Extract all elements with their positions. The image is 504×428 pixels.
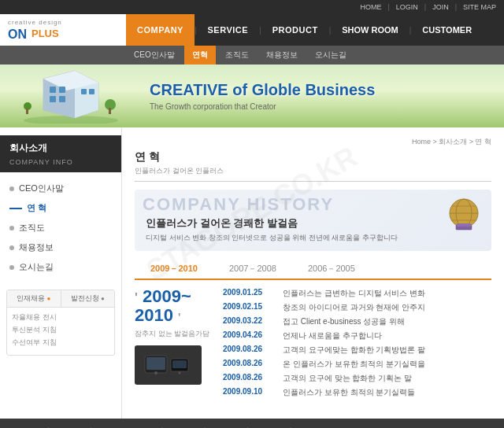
- svg-rect-10: [81, 89, 87, 94]
- footer: 회사소개 | 이용약관 | 개인정보취급방침 | 사이트맵 | 오시는길 | 채…: [0, 419, 504, 428]
- sidebar-menu: CEO인사말 연 혁 조직도 채용정보 오시는길: [0, 172, 121, 283]
- event-date: 2009.01.25: [223, 288, 276, 297]
- menu-dot: [9, 186, 14, 191]
- sidebar-box-header: 인재채용 ● 발전신청 ●: [7, 290, 114, 308]
- timeline-device-image: [135, 345, 202, 385]
- svg-rect-11: [89, 89, 94, 94]
- svg-rect-6: [50, 87, 56, 93]
- menu-dot: [9, 245, 14, 250]
- svg-rect-13: [109, 108, 111, 114]
- sidebar-item-history[interactable]: 연 혁: [0, 198, 121, 218]
- year-display-2: 2010 ': [135, 305, 213, 326]
- sidebar: 회사소개 COMPANY INFO CEO인사말 연 혁 조직도 채용정보 오시…: [0, 127, 122, 419]
- event-text: 인플러스는 급변하는 디지털 서비스 변화: [283, 288, 425, 298]
- svg-rect-9: [59, 96, 65, 102]
- event-date: 2009.09.10: [223, 387, 276, 396]
- event-date: 2009.08.26: [223, 373, 276, 382]
- event-date: 2009.04.26: [223, 330, 276, 339]
- logo-text: PLUS: [32, 28, 59, 39]
- sidebar-tab-develop[interactable]: 발전신청 ●: [61, 290, 115, 307]
- nav-product[interactable]: PRODUCT: [261, 14, 329, 46]
- history-subtitle: 인플러스가 걸어온 경쾌한 발걸음: [146, 216, 480, 231]
- event-text: 접고 Client e-business 성공을 위해: [283, 316, 405, 327]
- subnav-recruit[interactable]: 채용정보: [258, 46, 306, 65]
- nav-showroom[interactable]: SHOW ROOM: [331, 14, 410, 46]
- sidebar-item-org[interactable]: 조직도: [0, 218, 121, 238]
- banner-subtitle: The Growth corporation that Creator: [150, 102, 375, 111]
- nav-company[interactable]: COMPANY: [126, 14, 195, 46]
- top-join-link[interactable]: JOIN: [432, 3, 449, 11]
- svg-rect-24: [146, 357, 165, 370]
- sidebar-tab-recruit[interactable]: 인재채용 ●: [7, 290, 61, 307]
- timeline-events: 2009.01.25 인플러스는 급변하는 디지털 서비스 변화 2009.02…: [223, 288, 491, 401]
- subnav-location[interactable]: 오시는길: [307, 46, 354, 65]
- timeline-left: ' 2009~ 2010 ' 잠추지 없는 발걸음가담: [135, 288, 213, 401]
- year-tab-2009-2010[interactable]: 2009－2010: [135, 259, 213, 280]
- event-text: 온 인플러스가 보유한 최적의 분기실력을: [283, 359, 425, 369]
- timeline-desc: 잠추지 없는 발걸음가담: [135, 329, 213, 339]
- svg-point-25: [154, 371, 158, 374]
- menu-dot: [9, 265, 14, 270]
- svg-text:ON: ON: [8, 28, 27, 41]
- nav-customer[interactable]: CUSTOMER: [411, 14, 483, 46]
- nav-service[interactable]: SERVICE: [197, 14, 260, 46]
- event-row: 2009.08.26 온 인플러스가 보유한 최적의 분기실력을: [223, 359, 491, 369]
- content-area: Home > 회사소개 > 연 혁 연 혁 인플러스가 걸어온 인플러스 COM…: [122, 127, 504, 419]
- event-row: 2009.04.26 언제나 새로움을 추구합니다: [223, 330, 491, 341]
- event-row: 2009.08.26 고객의 요구에맞는 합화한 기획방법론 팔: [223, 345, 491, 355]
- svg-rect-8: [50, 96, 56, 102]
- page-title-area: 연 혁 인플러스가 걸어온 인플러스: [135, 150, 491, 182]
- event-row: 2009.09.10 인플러스가 보유한 최적의 분기실력들: [223, 387, 491, 397]
- top-home-link[interactable]: HOME: [360, 3, 381, 11]
- sidebar-box-item: 수선여부 지침: [12, 338, 109, 348]
- event-text: 창조의 아이디어로 과거와 현재에 안주지: [283, 302, 425, 312]
- history-bg-title: COMPANY HISTORY: [143, 194, 334, 215]
- sidebar-item-location[interactable]: 오시는길: [0, 257, 121, 277]
- page-title: 연 혁: [135, 150, 491, 164]
- event-row: 2009.02.15 창조의 아이디어로 과거와 현재에 안주지: [223, 302, 491, 312]
- year-tabs: 2009－2010 2007－2008 2006－2005: [135, 259, 491, 280]
- event-date: 2009.02.15: [223, 302, 276, 311]
- sidebar-box-item: 자율채용 전시: [12, 312, 109, 323]
- event-text: 고객의 요구에 맞는 합화한 기획논 말: [283, 373, 412, 383]
- header: creative design ON PLUS COMPANY | SERVIC…: [0, 14, 504, 46]
- banner: CREATIVE of Globle Business The Growth c…: [0, 65, 504, 127]
- svg-point-28: [178, 371, 180, 374]
- svg-rect-7: [59, 87, 65, 93]
- top-bar: HOME | LOGIN | JOIN | SITE MAP: [0, 0, 504, 14]
- menu-dot: [9, 226, 14, 231]
- year-display-main: ' 2009~: [135, 288, 213, 305]
- sidebar-title: 회사소개: [0, 135, 121, 158]
- sidebar-item-recruit[interactable]: 채용정보: [0, 238, 121, 257]
- history-bg: COMPANY HISTORY 인플러스가 걸어온 경쾌한 발걸음 디지털 서비…: [135, 190, 491, 251]
- main-layout: 회사소개 COMPANY INFO CEO인사말 연 혁 조직도 채용정보 오시…: [0, 127, 504, 419]
- svg-rect-15: [26, 109, 28, 114]
- building-illustration: [20, 67, 122, 124]
- subnav-org[interactable]: 조직도: [217, 46, 257, 65]
- sub-nav: CEO인사말 연혁 조직도 채용정보 오시는길: [0, 46, 504, 65]
- year-tab-2007-2008[interactable]: 2007－2008: [213, 259, 292, 280]
- event-text: 언제나 새로움을 추구합니다: [283, 330, 382, 341]
- sidebar-box-item: 투신분석 지침: [12, 325, 109, 335]
- banner-title: CREATIVE of Globle Business: [150, 81, 375, 99]
- top-sitemap-link[interactable]: SITE MAP: [463, 3, 496, 11]
- history-desc: 디지털 서비스 변화 창조의 인터넷으로 성공을 위해 전년에 새로움을 추구합…: [146, 233, 480, 243]
- svg-rect-27: [172, 360, 187, 368]
- event-text: 인플러스가 보유한 최적의 분기실력들: [283, 387, 415, 397]
- event-row: 2009.03.22 접고 Client e-business 성공을 위해: [223, 316, 491, 327]
- sidebar-box-content: 자율채용 전시 투신분석 지침 수선여부 지침: [7, 308, 114, 355]
- event-row: 2009.01.25 인플러스는 급변하는 디지털 서비스 변화: [223, 288, 491, 298]
- logo-area: creative design ON PLUS: [0, 14, 126, 46]
- menu-active-indicator: [9, 208, 22, 209]
- sidebar-box: 인재채용 ● 발전신청 ● 자율채용 전시 투신분석 지침 수선여부 지침: [6, 290, 115, 356]
- subnav-ceo[interactable]: CEO인사말: [126, 46, 183, 65]
- event-date: 2009.08.26: [223, 345, 276, 353]
- main-nav: COMPANY | SERVICE | PRODUCT | SHOW ROOM …: [126, 14, 504, 46]
- subnav-history[interactable]: 연혁: [184, 46, 216, 65]
- logo-sub-text: creative design: [8, 19, 62, 26]
- top-login-link[interactable]: LOGIN: [396, 3, 418, 11]
- sidebar-item-ceo[interactable]: CEO인사말: [0, 179, 121, 198]
- event-row: 2009.08.26 고객의 요구에 맞는 합화한 기획논 말: [223, 373, 491, 383]
- event-text: 고객의 요구에맞는 합화한 기획방법론 팔: [283, 345, 425, 355]
- year-tab-2006-2005[interactable]: 2006－2005: [292, 259, 371, 280]
